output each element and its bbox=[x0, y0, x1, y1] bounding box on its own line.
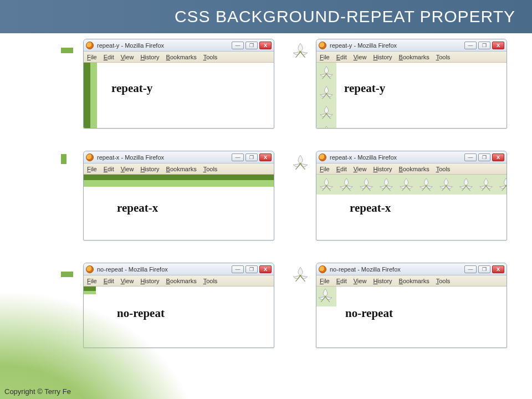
bullet-icon bbox=[61, 48, 73, 53]
example-repeat-y-trillium: repeat-y - Mozilla Firefox — ❐ X File Ed… bbox=[316, 39, 515, 129]
example-repeat-y-green: repeat-y - Mozilla Firefox — ❐ X File Ed… bbox=[83, 39, 283, 129]
maximize-button[interactable]: ❐ bbox=[245, 42, 258, 49]
menu-edit[interactable]: Edit bbox=[336, 54, 347, 60]
window-titlebar: no-repeat - Mozilla Firefox — ❐ X bbox=[316, 263, 507, 275]
window-title: repeat-y - Mozilla Firefox bbox=[97, 42, 164, 49]
menu-bookmarks[interactable]: Bookmarks bbox=[399, 166, 429, 172]
maximize-button[interactable]: ❐ bbox=[245, 265, 258, 273]
menu-view[interactable]: View bbox=[121, 54, 134, 60]
menu-edit[interactable]: Edit bbox=[336, 166, 347, 172]
menu-history[interactable]: History bbox=[373, 278, 392, 284]
menu-edit[interactable]: Edit bbox=[336, 278, 347, 284]
viewport: repeat-x bbox=[84, 175, 274, 240]
menubar: File Edit View History Bookmarks Tools bbox=[84, 163, 274, 175]
browser-window: repeat-x - Mozilla Firefox — ❐ X File Ed… bbox=[316, 151, 507, 241]
menu-tools[interactable]: Tools bbox=[203, 278, 218, 284]
viewport: repeat-y bbox=[316, 63, 507, 128]
demo-label: repeat-x bbox=[350, 201, 391, 215]
menubar: File Edit View History Bookmarks Tools bbox=[84, 52, 274, 63]
window-titlebar: repeat-x - Mozilla Firefox — ❐ X bbox=[84, 151, 274, 163]
menu-bookmarks[interactable]: Bookmarks bbox=[166, 278, 197, 284]
repeat-y-tile-column bbox=[316, 63, 336, 128]
menu-view[interactable]: View bbox=[354, 278, 367, 284]
menu-tools[interactable]: Tools bbox=[203, 166, 218, 172]
browser-window: repeat-y - Mozilla Firefox — ❐ X File Ed… bbox=[83, 39, 274, 129]
menu-file[interactable]: File bbox=[87, 166, 97, 172]
menu-file[interactable]: File bbox=[87, 278, 97, 284]
window-titlebar: repeat-y - Mozilla Firefox — ❐ X bbox=[84, 39, 274, 52]
repeat-x-tile-row bbox=[316, 175, 507, 195]
maximize-button[interactable]: ❐ bbox=[245, 154, 258, 161]
menu-history[interactable]: History bbox=[140, 54, 159, 60]
menu-history[interactable]: History bbox=[373, 54, 392, 60]
demo-label: repeat-y bbox=[344, 81, 385, 95]
menu-history[interactable]: History bbox=[140, 166, 159, 172]
maximize-button[interactable]: ❐ bbox=[478, 265, 490, 273]
menu-view[interactable]: View bbox=[354, 166, 367, 172]
close-button[interactable]: X bbox=[259, 265, 272, 273]
minimize-button[interactable]: — bbox=[464, 154, 477, 161]
menubar: File Edit View History Bookmarks Tools bbox=[316, 52, 507, 63]
menu-file[interactable]: File bbox=[320, 54, 330, 60]
bullet-icon bbox=[61, 272, 73, 277]
menu-view[interactable]: View bbox=[121, 166, 134, 172]
example-no-repeat-trillium: no-repeat - Mozilla Firefox — ❐ X File E… bbox=[316, 263, 515, 348]
copyright-footer: Copyright © Terry Fe bbox=[4, 387, 71, 396]
window-title: repeat-x - Mozilla Firefox bbox=[330, 154, 397, 161]
firefox-icon bbox=[86, 154, 94, 161]
window-title: repeat-y - Mozilla Firefox bbox=[330, 42, 397, 49]
minimize-button[interactable]: — bbox=[232, 42, 244, 49]
slide-content: repeat-y - Mozilla Firefox — ❐ X File Ed… bbox=[83, 33, 515, 348]
menu-history[interactable]: History bbox=[373, 166, 392, 172]
menu-file[interactable]: File bbox=[320, 166, 330, 172]
minimize-button[interactable]: — bbox=[232, 265, 244, 273]
example-repeat-x-green: repeat-x - Mozilla Firefox — ❐ X File Ed… bbox=[83, 151, 283, 241]
menu-edit[interactable]: Edit bbox=[104, 54, 114, 60]
close-button[interactable]: X bbox=[492, 42, 504, 49]
repeat-x-band bbox=[84, 180, 274, 187]
menu-bookmarks[interactable]: Bookmarks bbox=[166, 54, 197, 60]
browser-window: repeat-x - Mozilla Firefox — ❐ X File Ed… bbox=[83, 151, 274, 241]
demo-label: repeat-y bbox=[111, 81, 152, 95]
close-button[interactable]: X bbox=[259, 42, 272, 49]
firefox-icon bbox=[319, 265, 326, 273]
menu-edit[interactable]: Edit bbox=[104, 166, 114, 172]
close-button[interactable]: X bbox=[492, 154, 504, 161]
demo-label: no-repeat bbox=[345, 306, 393, 320]
example-repeat-x-trillium: repeat-x - Mozilla Firefox — ❐ X File Ed… bbox=[316, 151, 515, 241]
maximize-button[interactable]: ❐ bbox=[478, 154, 490, 161]
menu-history[interactable]: History bbox=[140, 278, 159, 284]
menubar: File Edit View History Bookmarks Tools bbox=[84, 275, 274, 287]
minimize-button[interactable]: — bbox=[464, 265, 477, 273]
bullet-icon bbox=[61, 154, 66, 164]
viewport: repeat-x bbox=[316, 175, 507, 240]
firefox-icon bbox=[86, 42, 94, 49]
trillium-icon bbox=[291, 41, 310, 60]
menu-edit[interactable]: Edit bbox=[104, 278, 114, 284]
viewport: no-repeat bbox=[84, 287, 274, 347]
slide-title: CSS BACKGROUND-REPEAT PROPERTY bbox=[175, 7, 515, 26]
repeat-x-band bbox=[84, 175, 274, 180]
menu-file[interactable]: File bbox=[87, 54, 97, 60]
menu-tools[interactable]: Tools bbox=[436, 54, 451, 60]
viewport: repeat-y bbox=[84, 63, 274, 128]
example-no-repeat-green: no-repeat - Mozilla Firefox — ❐ X File E… bbox=[83, 263, 283, 348]
menu-bookmarks[interactable]: Bookmarks bbox=[399, 278, 429, 284]
menu-tools[interactable]: Tools bbox=[436, 278, 451, 284]
close-button[interactable]: X bbox=[259, 154, 272, 161]
no-repeat-swatch bbox=[84, 287, 96, 291]
window-titlebar: repeat-x - Mozilla Firefox — ❐ X bbox=[316, 151, 507, 163]
maximize-button[interactable]: ❐ bbox=[478, 42, 490, 49]
firefox-icon bbox=[86, 265, 94, 273]
minimize-button[interactable]: — bbox=[232, 154, 244, 161]
menu-tools[interactable]: Tools bbox=[203, 54, 218, 60]
menu-bookmarks[interactable]: Bookmarks bbox=[166, 166, 197, 172]
minimize-button[interactable]: — bbox=[464, 42, 477, 49]
menu-bookmarks[interactable]: Bookmarks bbox=[399, 54, 429, 60]
menu-view[interactable]: View bbox=[121, 278, 134, 284]
menu-tools[interactable]: Tools bbox=[436, 166, 451, 172]
menubar: File Edit View History Bookmarks Tools bbox=[316, 275, 507, 287]
close-button[interactable]: X bbox=[492, 265, 504, 273]
menu-file[interactable]: File bbox=[320, 278, 330, 284]
menu-view[interactable]: View bbox=[354, 54, 367, 60]
